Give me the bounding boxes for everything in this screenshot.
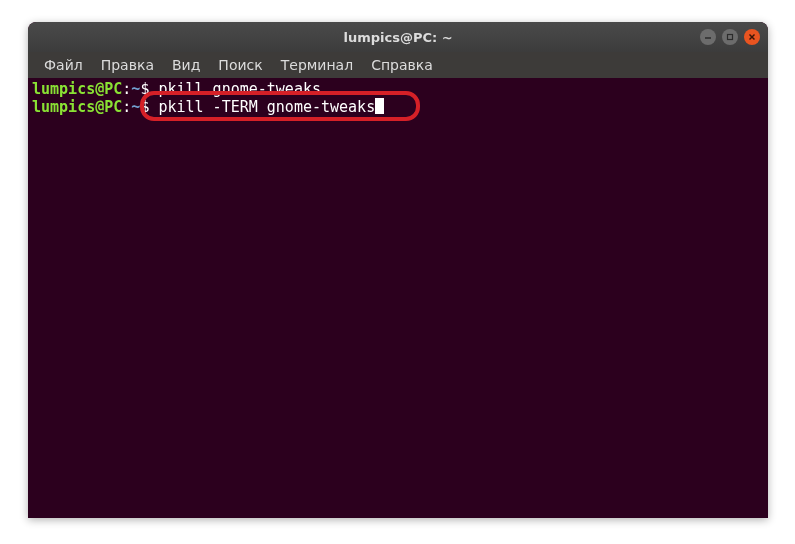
window-controls [700,29,760,45]
menu-help[interactable]: Справка [363,54,441,76]
prompt-path: ~ [131,98,140,116]
menu-edit[interactable]: Правка [93,54,162,76]
command-text: pkill gnome-tweaks [158,80,321,98]
menu-search[interactable]: Поиск [210,54,270,76]
prompt-at: @ [95,80,104,98]
menu-terminal[interactable]: Терминал [273,54,361,76]
window-title: lumpics@PC: ~ [343,30,452,45]
prompt-user: lumpics [32,80,95,98]
maximize-icon [726,33,734,41]
menubar: Файл Правка Вид Поиск Терминал Справка [28,52,768,78]
prompt-host: PC [104,98,122,116]
terminal-body[interactable]: lumpics@PC:~$ pkill gnome-tweaks lumpics… [28,78,768,518]
terminal-line: lumpics@PC:~$ pkill -TERM gnome-tweaks [32,98,764,116]
minimize-button[interactable] [700,29,716,45]
close-button[interactable] [744,29,760,45]
svg-rect-1 [728,35,733,40]
close-icon [748,33,756,41]
prompt-colon: : [122,80,131,98]
prompt-colon: : [122,98,131,116]
terminal-line: lumpics@PC:~$ pkill gnome-tweaks [32,80,764,98]
prompt-dollar: $ [140,98,158,116]
terminal-window: lumpics@PC: ~ Файл Правка Вид Поиск Терм… [28,22,768,518]
prompt-at: @ [95,98,104,116]
maximize-button[interactable] [722,29,738,45]
titlebar[interactable]: lumpics@PC: ~ [28,22,768,52]
command-text: pkill -TERM gnome-tweaks [158,98,375,116]
menu-file[interactable]: Файл [36,54,91,76]
prompt-user: lumpics [32,98,95,116]
menu-view[interactable]: Вид [164,54,208,76]
prompt-dollar: $ [140,80,158,98]
prompt-path: ~ [131,80,140,98]
minimize-icon [704,33,712,41]
cursor [375,98,384,114]
prompt-host: PC [104,80,122,98]
